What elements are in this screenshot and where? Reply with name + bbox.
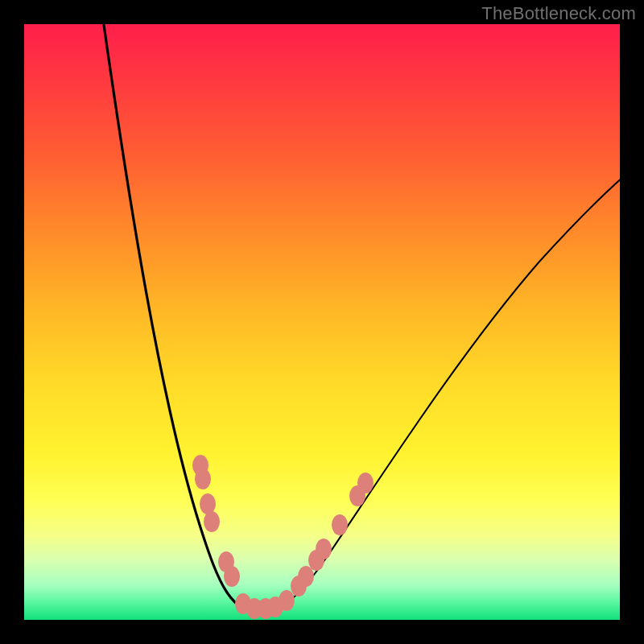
data-point (195, 469, 211, 489)
data-point (200, 493, 216, 514)
data-point (357, 473, 374, 493)
data-point (204, 511, 220, 532)
data-point (332, 514, 348, 535)
chart-plot-area (24, 24, 620, 620)
data-point (298, 566, 314, 587)
bottleneck-curve (24, 24, 620, 620)
data-point (316, 539, 332, 559)
watermark-text: TheBottleneck.com (481, 3, 636, 24)
data-point (279, 590, 295, 611)
data-point (224, 566, 240, 587)
